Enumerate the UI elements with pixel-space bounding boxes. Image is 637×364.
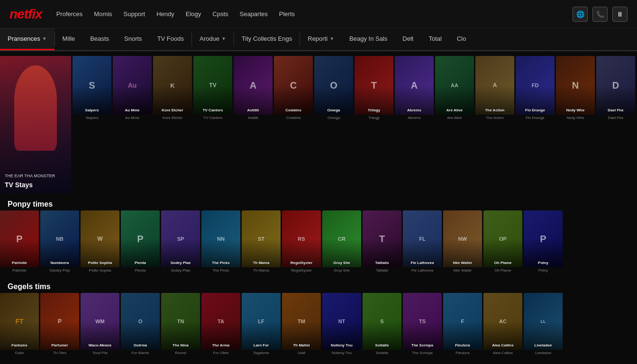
nav-plerts[interactable]: Plerts [279,10,295,18]
nav-momis[interactable]: Momis [94,10,112,18]
section-gegels-tims: Gegels tims FTFantums Outin PParfumer Th… [0,280,637,358]
cards-row-top: SSalpers Salpers AuAu Mme Au Mme KKore E… [73,56,637,122]
tab-pransences[interactable]: Pransences ▼ [0,28,55,50]
movie-card-astititi[interactable]: AAstititi Astititi [234,56,273,122]
movie-card-nolleny-tnu[interactable]: NTNolleny Tnu Nolleny Tnu [322,293,361,355]
nav-elogy[interactable]: Elogy [186,10,201,18]
movie-card-galla[interactable]: TTalitalis Talitalis [363,210,401,273]
movie-card-kore[interactable]: KKore Etcher Kore Etcher [153,56,192,122]
nav-seapartes[interactable]: Seapartes [240,10,268,18]
tab-tity[interactable]: Tity Collectis Engs [234,28,300,50]
gegels-cards-row: FTFantums Outin PParfumer Th Oles WMWaco… [0,293,637,358]
chevron-down-icon: ▼ [42,36,47,41]
header-icons: 🌐 📞 ⏸ [573,7,628,22]
tab-arodue[interactable]: Arodue ▼ [192,28,234,50]
movie-card-are-alive[interactable]: AAAre Alive Are Alive [435,56,474,122]
section-ponpy-times: Ponpy times PPatriotie Patriotie NBNumbe… [0,197,637,276]
movie-card-fantums[interactable]: FTFantums Outin [0,293,39,355]
movie-card-patriotie[interactable]: PPatriotie Patriotie [0,210,39,273]
tab-mille[interactable]: Mille [55,28,83,50]
nav-support[interactable]: Support [124,10,146,18]
movie-card-the-action[interactable]: AThe Action The Action [475,56,514,122]
featured-label: THE EAR THA MONSTER [5,173,66,179]
chevron-down-icon-2: ▼ [221,36,226,41]
gegels-tims-heading: Gegels tims [0,280,637,293]
movie-card-nke-waller[interactable]: NWNke Waller Nke Waller [443,210,482,273]
movie-card-waltz[interactable]: WPolite Sophia Polite Sophia [81,210,119,273]
section-surg-relaids: Surg relaids OOutin Outin PParfumer Parf… [0,362,637,364]
movie-card-cracross[interactable]: CRGruy She Gruy She [322,210,361,273]
surg-relaids-heading: Surg relaids [0,362,637,364]
main-content: THE EAR THA MONSTER TV Stays SSalpers Sa… [0,51,637,364]
tab-beasts[interactable]: Beasts [82,28,117,50]
movie-card-numbeera[interactable]: NBNumbeera Geoley Poly [40,210,79,273]
header: netfix Proferces Momis Support Hendy Elo… [0,0,637,28]
movie-card-sodey-plae[interactable]: SPSodey Plae Sodey Plae [161,210,200,273]
globe-icon-button[interactable]: 🌐 [573,7,588,22]
movie-card-plenta[interactable]: PPlenta Plenta [121,210,160,273]
movie-card-alea-callins[interactable]: ACAlea Callins Alea Callins [483,293,522,355]
movie-card-flo-drange[interactable]: FDFlo Drange Flo Drange [516,56,555,122]
tab-reporti[interactable]: Reporti ▼ [300,28,342,50]
chevron-down-icon-3: ▼ [329,36,334,41]
movie-card-fle-lathovea[interactable]: FLFle Lathovea Fle Lathovea [403,210,442,273]
tab-beagy[interactable]: Beagy In Sals [342,28,395,50]
movie-card-parfumer[interactable]: PParfumer Th Oles [40,293,79,355]
netflix-logo: netfix [9,7,42,22]
tab-snorts[interactable]: Snorts [117,28,150,50]
ponpy-times-heading: Ponpy times [0,197,637,210]
nav-hendy[interactable]: Hendy [156,10,174,18]
featured-subtitle: TV Stays [5,181,66,189]
tab-clo[interactable]: Clo [449,28,474,50]
nav-proferces[interactable]: Proferces [56,10,83,18]
movie-card-near-near[interactable]: NNThe Picks The Picks [201,210,240,273]
tab-total[interactable]: Total [421,28,449,50]
movie-card-liveladoe[interactable]: LLLiveladoe Liveladoe [524,293,563,355]
movie-card-outrma[interactable]: OOutrma For Marrie [121,293,160,355]
movie-card-salpers[interactable]: SSalpers Salpers [73,56,111,122]
ponpy-cards-row: PPatriotie Patriotie NBNumbeera Geoley P… [0,210,637,276]
tab-tv-foods[interactable]: TV Foods [150,28,191,50]
movie-card-waco-means[interactable]: WMWaco-Means Toud Plis [81,293,119,355]
movie-card-abrems[interactable]: AAbrems Abrems [395,56,434,122]
movie-card-tv-cantors[interactable]: TVTV Cantors TV Cantors [193,56,232,122]
movie-card-th-mattel[interactable]: TMTh Mattel Utall [282,293,321,355]
movie-card-larn-for[interactable]: LFLarn For Toypleres [242,293,281,355]
tab-delt[interactable]: Delt [395,28,421,50]
movie-card-the-nina[interactable]: TNThe Nina Runnd [161,293,200,355]
movie-card-omega[interactable]: OOmega Omega [314,56,353,122]
phone-icon-button[interactable]: 📞 [592,7,608,22]
movie-card-dael-fhe[interactable]: DDael Fhe Dael Fhe [596,56,635,122]
featured-card-tv-stays[interactable]: THE EAR THA MONSTER TV Stays [0,56,71,193]
movie-card-stone-takes[interactable]: STTh Mama Th Mama [242,210,281,273]
movie-card-polny[interactable]: PPolny Polny [524,210,563,273]
tab-bar: Pransences ▼ Mille Beasts Snorts TV Food… [0,28,637,51]
movie-card-nedy-whe[interactable]: NNedy Whe Nedy Whe [556,56,595,122]
movie-card-netflix[interactable]: RSRegolSycter RegolSycter [282,210,321,273]
section-tv-stays: THE EAR THA MONSTER TV Stays SSalpers Sa… [0,56,637,193]
nav-cpsts[interactable]: Cpsts [212,10,228,18]
pause-icon-button[interactable]: ⏸ [612,7,628,22]
movie-card-soitaite[interactable]: SSoitaite Soitaite [363,293,401,355]
movie-card-oh-plame[interactable]: OPOh Plame Oh Plame [483,210,522,273]
main-nav: Proferces Momis Support Hendy Elogy Cpst… [56,10,573,18]
movie-card-au-mme[interactable]: AuAu Mme Au Mme [113,56,152,122]
movie-card-cowbins[interactable]: CCowbins Cowbins [274,56,313,122]
movie-card-the-scrmpa[interactable]: TSThe Scrmpa The Scrmpa [403,293,442,355]
movie-card-fleutora[interactable]: FFleutora Fleutora [443,293,482,355]
movie-card-the-arma[interactable]: TAThe Arma For Ollee [201,293,240,355]
movie-card-trilogy[interactable]: TTrilogy Trilogy [355,56,393,122]
